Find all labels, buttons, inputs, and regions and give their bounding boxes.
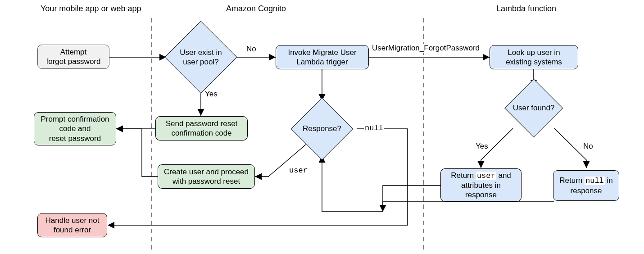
edge-exist-no: No	[245, 45, 257, 54]
lane-app-label: Your mobile app or web app	[40, 5, 142, 14]
lane-lambda-label: Lambda function	[495, 5, 557, 14]
edge-resp-user: user	[288, 167, 308, 175]
edge-resp-null: null	[364, 124, 384, 133]
node-send-reset: Send password reset confirmation code	[155, 116, 248, 141]
edge-found-yes: Yes	[475, 142, 489, 151]
node-response: Response?	[300, 107, 344, 151]
node-return-user: Return user and attributes in response	[440, 168, 522, 202]
node-user-exist: User exist in user pool?	[175, 32, 227, 83]
node-not-found: Handle user not found error	[37, 213, 107, 237]
node-user-found: User found?	[513, 87, 554, 129]
node-invoke-label: Invoke Migrate User Lambda trigger	[288, 48, 356, 67]
node-create-user-label: Create user and proceed with password re…	[164, 167, 249, 186]
edge-found-no: No	[582, 142, 594, 151]
node-invoke: Invoke Migrate User Lambda trigger	[276, 45, 369, 69]
node-attempt: Attempt forgot password	[37, 45, 109, 69]
node-attempt-label: Attempt forgot password	[46, 47, 101, 67]
node-prompt: Prompt confirmation code and reset passw…	[34, 112, 116, 145]
node-lookup-label: Look up user in existing systems	[506, 48, 562, 67]
edge-exist-yes: Yes	[204, 90, 218, 99]
node-return-user-label: Return user and attributes in response	[451, 171, 511, 200]
lane-cognito-label: Amazon Cognito	[225, 5, 287, 14]
edge-migration: UserMigration_ForgotPassword	[371, 44, 481, 53]
node-return-null-label: Return null in response	[559, 176, 613, 195]
node-return-null: Return null in response	[553, 170, 619, 201]
node-create-user: Create user and proceed with password re…	[158, 164, 255, 189]
node-not-found-label: Handle user not found error	[45, 216, 99, 235]
node-prompt-label: Prompt confirmation code and reset passw…	[41, 114, 109, 143]
node-send-reset-label: Send password reset confirmation code	[166, 119, 238, 138]
node-lookup: Look up user in existing systems	[490, 45, 578, 69]
